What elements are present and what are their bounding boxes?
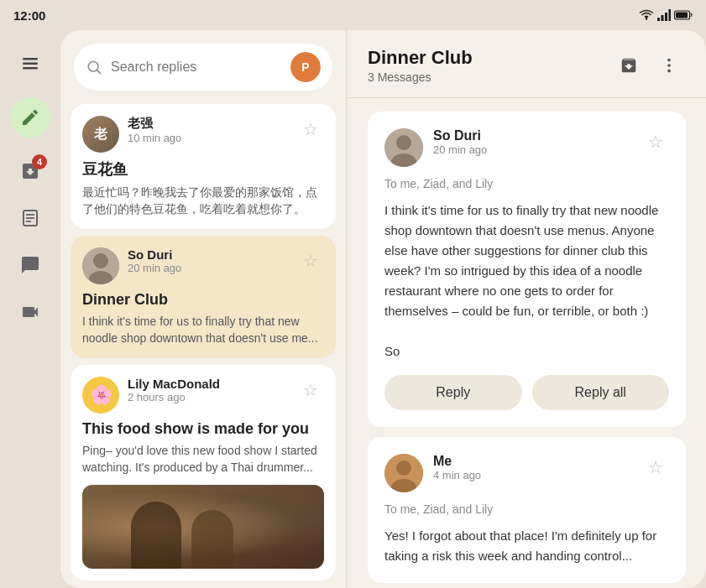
thread-count: 3 Messages <box>368 70 473 84</box>
svg-rect-1 <box>657 18 660 21</box>
email-avatar-1 <box>384 128 423 167</box>
message-header-3: 🌸 Lily MacDonald 2 hours ago ☆ <box>82 377 324 414</box>
compose-button[interactable] <box>10 97 50 138</box>
sender-name-2: So Duri <box>128 247 289 262</box>
wifi-icon <box>639 9 654 21</box>
thread-actions <box>612 49 686 82</box>
thread-header: Dinner Club 3 Messages <box>348 30 706 98</box>
svg-point-26 <box>396 461 411 476</box>
chat-icon <box>20 255 40 275</box>
sender-avatar-3: 🌸 <box>82 377 119 414</box>
svg-line-15 <box>97 70 101 74</box>
status-icons <box>639 9 693 21</box>
email-actions-1: Reply Reply all <box>384 375 669 410</box>
email-recipients-1: To me, Ziad, and Lily <box>384 177 669 190</box>
search-input[interactable] <box>111 60 282 75</box>
message-card-2[interactable]: So Duri 20 min ago ☆ Dinner Club I think… <box>71 236 336 358</box>
archive-button[interactable] <box>612 49 646 82</box>
svg-rect-7 <box>23 58 38 60</box>
search-icon <box>86 59 102 75</box>
menu-button[interactable] <box>10 44 50 84</box>
msg-subject-3: This food show is made for you <box>82 420 324 438</box>
email-header-2: Me 4 min ago ☆ <box>384 454 669 492</box>
sender-avatar-1: 老 <box>82 116 119 153</box>
email-card-1: So Duri 20 min ago ☆ To me, Ziad, and Li… <box>368 112 686 427</box>
message-list: 老 老强 10 min ago ☆ 豆花鱼 最近忙吗？昨晚我去了你最爱的那家饭馆… <box>60 97 346 588</box>
right-panel: Dinner Club 3 Messages <box>348 30 706 588</box>
email-avatar-2 <box>384 454 423 492</box>
svg-rect-3 <box>665 13 667 21</box>
sender-name-3: Lily MacDonald <box>128 377 289 391</box>
star-button-3[interactable]: ☆ <box>297 377 324 403</box>
food-show-image <box>82 485 324 569</box>
email-star-2[interactable]: ☆ <box>642 454 669 481</box>
more-options-icon <box>660 56 678 75</box>
sender-name-1: 老强 <box>128 116 289 132</box>
reply-button[interactable]: Reply <box>384 375 522 410</box>
user-avatar-initials: P <box>290 52 321 82</box>
message-card-1[interactable]: 老 老强 10 min ago ☆ 豆花鱼 最近忙吗？昨晚我去了你最爱的那家饭馆… <box>71 104 336 229</box>
menu-icon <box>20 54 40 74</box>
thread-body: So Duri 20 min ago ☆ To me, Ziad, and Li… <box>348 98 706 588</box>
msg-preview-2: I think it's time for us to finally try … <box>82 314 324 346</box>
compose-icon <box>20 107 40 127</box>
email-sender-1: So Duri <box>433 128 632 143</box>
battery-icon <box>674 10 693 20</box>
message-card-3[interactable]: 🌸 Lily MacDonald 2 hours ago ☆ This food… <box>71 365 336 580</box>
email-sender-2: Me <box>433 454 632 469</box>
archive-icon <box>620 56 638 75</box>
svg-point-21 <box>667 70 671 73</box>
left-panel: P 老 老强 10 min ago ☆ 豆花鱼 最近忙吗？昨晚我去了你最爱的那家… <box>60 30 346 588</box>
chat-button[interactable] <box>10 245 50 285</box>
user-avatar[interactable]: P <box>290 52 321 82</box>
app-container: 4 <box>0 30 706 588</box>
msg-subject-1: 豆花鱼 <box>82 159 324 180</box>
sender-avatar-2 <box>82 247 119 284</box>
reply-all-button[interactable]: Reply all <box>532 375 670 410</box>
svg-point-17 <box>93 253 108 268</box>
email-header-1: So Duri 20 min ago ☆ <box>384 128 669 167</box>
thread-title: Dinner Club <box>368 47 473 69</box>
svg-rect-4 <box>669 9 672 21</box>
msg-subject-2: Dinner Club <box>82 291 324 309</box>
inbox-button[interactable]: 4 <box>10 151 50 191</box>
msg-time-1: 10 min ago <box>128 132 289 144</box>
svg-point-19 <box>667 59 671 62</box>
svg-rect-6 <box>676 13 688 18</box>
svg-rect-2 <box>662 15 664 21</box>
email-body-1: I think it's time for us to finally try … <box>384 200 669 362</box>
video-button[interactable] <box>10 292 50 332</box>
star-button-2[interactable]: ☆ <box>297 247 324 274</box>
email-body-2: Yes! I forgot about that place! I'm defi… <box>384 526 669 566</box>
soduri-email-avatar <box>384 128 423 167</box>
email-card-2: Me 4 min ago ☆ To me, Ziad, and Lily Yes… <box>368 437 686 583</box>
status-time: 12:00 <box>13 8 45 23</box>
sidebar: 4 <box>0 30 60 588</box>
svg-rect-9 <box>23 67 38 70</box>
email-time-1: 20 min ago <box>433 143 632 156</box>
signal-icon <box>657 9 671 21</box>
notes-button[interactable] <box>10 198 50 238</box>
email-recipients-2: To me, Ziad, and Lily <box>384 502 669 516</box>
msg-time-2: 20 min ago <box>128 262 289 274</box>
svg-point-0 <box>646 18 647 19</box>
msg-time-3: 2 hours ago <box>128 391 289 403</box>
search-bar: P <box>74 44 332 91</box>
more-options-button[interactable] <box>652 49 686 82</box>
email-time-2: 4 min ago <box>433 469 632 481</box>
inbox-badge: 4 <box>32 154 47 169</box>
svg-point-20 <box>667 64 671 67</box>
soduri-avatar-img <box>82 247 119 284</box>
message-header-1: 老 老强 10 min ago ☆ <box>82 116 324 153</box>
email-star-1[interactable]: ☆ <box>642 128 669 155</box>
video-icon <box>20 302 40 322</box>
star-button-1[interactable]: ☆ <box>297 116 324 143</box>
svg-rect-8 <box>23 63 38 65</box>
msg-preview-3: Ping– you'd love this new food show I st… <box>82 443 324 476</box>
svg-point-23 <box>396 135 411 150</box>
notes-icon <box>20 208 40 228</box>
message-header-2: So Duri 20 min ago ☆ <box>82 247 324 284</box>
msg-preview-1: 最近忙吗？昨晚我去了你最爱的那家饭馆，点了他们的特色豆花鱼，吃着吃着就想你了。 <box>82 185 324 217</box>
status-bar: 12:00 <box>0 0 706 30</box>
me-email-avatar <box>384 454 423 492</box>
